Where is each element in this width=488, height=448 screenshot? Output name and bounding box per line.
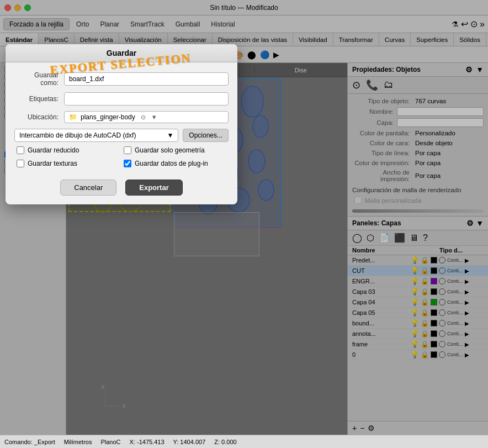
- location-circle-arrow[interactable]: ⊙: [141, 114, 146, 121]
- tags-row: Etiquetas:: [14, 92, 229, 106]
- save-geometry-only-label: Guardar solo geometría: [135, 146, 205, 154]
- status-units: Milímetros: [64, 439, 92, 445]
- status-command: Comando: _Export: [4, 439, 55, 445]
- status-z: Z: 0.000: [214, 439, 236, 445]
- folder-icon: 📁: [69, 113, 77, 121]
- save-reduced-checkbox[interactable]: [17, 146, 24, 154]
- save-as-row: Guardar como:: [14, 71, 229, 87]
- status-y: Y: 1404.007: [173, 439, 206, 445]
- save-plugin-data-row: Guardar datos de plug-in: [121, 160, 229, 167]
- save-reduced-label: Guardar reducido: [28, 146, 79, 154]
- save-plugin-data-label: Guardar datos de plug-in: [135, 160, 208, 167]
- save-reduced-row: Guardar reducido: [14, 146, 121, 154]
- dialog-body: Guardar como: Etiquetas: Ubicación: 📁 pl…: [6, 62, 237, 204]
- format-selector[interactable]: Intercambio de dibujo de AutoCAD (dxf) ▼: [14, 129, 178, 142]
- checkbox-group: Guardar reducido Guardar solo geometría …: [14, 146, 229, 171]
- save-textures-row: Guardar texturas: [14, 160, 121, 167]
- location-value: plans_ginger-body: [81, 113, 135, 121]
- save-as-input[interactable]: [64, 72, 229, 86]
- cancel-button[interactable]: Cancelar: [60, 180, 116, 196]
- status-plane: PlanoC: [100, 439, 120, 445]
- format-label: Intercambio de dibujo de AutoCAD (dxf): [19, 131, 136, 139]
- save-plugin-data-checkbox[interactable]: [124, 160, 131, 167]
- format-chevron-icon: ▼: [167, 131, 173, 139]
- tags-label: Etiquetas:: [14, 95, 64, 103]
- options-button[interactable]: Opciones...: [183, 129, 229, 142]
- save-dialog: Guardar EXPORT SELECTION Guardar como: E…: [6, 44, 237, 204]
- save-geometry-only-checkbox[interactable]: [124, 146, 131, 154]
- tags-input[interactable]: [64, 92, 229, 106]
- location-row: Ubicación: 📁 plans_ginger-body ⊙ ▼: [14, 111, 229, 123]
- save-textures-label: Guardar texturas: [28, 160, 77, 167]
- format-row: Intercambio de dibujo de AutoCAD (dxf) ▼…: [14, 129, 229, 142]
- status-x: X: -1475.413: [130, 439, 165, 445]
- location-label: Ubicación:: [14, 113, 64, 121]
- dialog-overlay: Guardar EXPORT SELECTION Guardar como: E…: [0, 0, 488, 435]
- export-button[interactable]: Exportar: [125, 180, 182, 196]
- location-chevron-icon[interactable]: ▼: [151, 114, 157, 120]
- dialog-buttons: Cancelar Exportar: [14, 180, 229, 196]
- save-geometry-only-row: Guardar solo geometría: [121, 146, 229, 154]
- save-textures-checkbox[interactable]: [17, 160, 24, 167]
- statusbar: Comando: _Export Milímetros PlanoC X: -1…: [0, 435, 488, 448]
- location-selector[interactable]: 📁 plans_ginger-body ⊙ ▼: [64, 111, 229, 123]
